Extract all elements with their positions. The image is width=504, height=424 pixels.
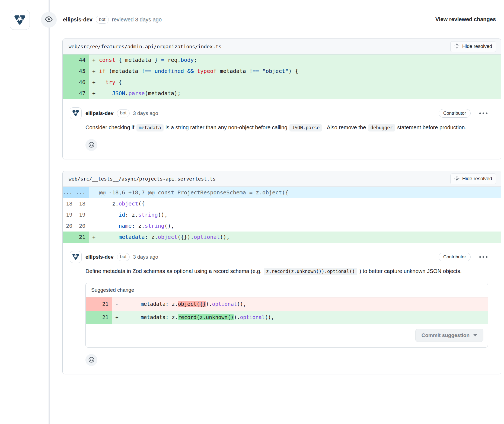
commit-suggestion-label: Commit suggestion — [422, 332, 470, 338]
code-line: metadata: z.object({}).optional(), — [99, 232, 230, 243]
kebab-menu-icon[interactable] — [479, 111, 488, 116]
comment-text: Define metadata in Zod schemas as option… — [85, 266, 488, 276]
file-path-link[interactable]: web/src/__tests__/async/projects-api.ser… — [69, 176, 216, 182]
diff-sign — [89, 198, 99, 209]
code-line: metadata: z.object({}).optional(), — [122, 297, 246, 311]
diff-line-added: 21 + metadata: z.object({}).optional(), — [63, 232, 501, 243]
kebab-menu-icon[interactable] — [479, 255, 488, 259]
diff-sign: + — [89, 232, 99, 243]
old-line-number: 20 — [63, 220, 76, 232]
code-line: JSON.parse(metadata); — [99, 88, 181, 99]
code-line: const { metadata } = req.body; — [99, 54, 197, 66]
suggested-change-block: Suggested change 21 - metadata: z.object… — [85, 283, 488, 348]
eye-icon — [45, 15, 53, 24]
avatar[interactable] — [70, 251, 82, 263]
fold-icon — [454, 176, 460, 182]
bot-badge: bot — [117, 253, 130, 261]
new-line-number: 46 — [76, 77, 89, 88]
diff-line-added: 44 + const { metadata } = req.body; — [63, 54, 501, 66]
hunk-dots: ... — [76, 187, 89, 198]
review-author[interactable]: ellipsis-dev — [63, 17, 92, 23]
file-header: web/src/__tests__/async/projects-api.ser… — [63, 171, 501, 187]
old-line-number — [63, 88, 76, 99]
hide-resolved-button[interactable]: Hide resolved — [450, 174, 496, 184]
code-line: id: z.string(), — [99, 209, 168, 220]
file-header: web/src/ee/features/admin-api/organizati… — [63, 39, 501, 54]
diff-line-added: 45 + if (metadata !== undefined && typeo… — [63, 66, 501, 77]
old-line-number — [63, 77, 76, 88]
bot-badge: bot — [96, 16, 109, 24]
ellipsis-dev-logo-icon — [71, 252, 80, 262]
comment-timestamp[interactable]: 3 days ago — [133, 110, 158, 116]
code-line: z.object({ — [99, 198, 145, 209]
diff-block: 44 + const { metadata } = req.body; 45 +… — [63, 54, 501, 99]
hide-resolved-button[interactable]: Hide resolved — [450, 41, 496, 52]
diff-sign: + — [112, 311, 122, 324]
view-reviewed-changes-link[interactable]: View reviewed changes — [435, 16, 496, 23]
hide-resolved-label: Hide resolved — [462, 44, 492, 49]
avatar[interactable] — [70, 107, 82, 119]
review-comment: ellipsis-dev bot 3 days ago Contributor … — [63, 243, 501, 374]
avatar[interactable] — [10, 10, 30, 30]
timeline-line — [49, 0, 50, 424]
add-reaction-button[interactable] — [85, 139, 97, 151]
code-line: try { — [99, 77, 122, 88]
comment-author[interactable]: ellipsis-dev — [85, 110, 114, 116]
diff-sign: - — [112, 297, 122, 311]
old-line-number: 19 — [63, 209, 76, 220]
comment-timestamp[interactable]: 3 days ago — [133, 254, 158, 260]
suggested-change-title: Suggested change — [86, 283, 488, 297]
smiley-icon — [88, 141, 95, 149]
diff-line-context: 1919 id: z.string(), — [63, 209, 501, 220]
add-reaction-button[interactable] — [85, 354, 97, 366]
old-line-number — [63, 232, 76, 243]
smiley-icon — [88, 356, 95, 364]
contributor-badge: Contributor — [439, 253, 471, 261]
new-line-number: 45 — [76, 66, 89, 77]
new-line-number: 21 — [76, 232, 89, 243]
old-line-number — [63, 54, 76, 66]
contributor-badge: Contributor — [439, 109, 471, 118]
review-action: reviewed 3 days ago — [112, 17, 162, 23]
review-thread-card: web/src/__tests__/async/projects-api.ser… — [62, 171, 501, 374]
hunk-header-line[interactable]: ...... @@ -18,6 +18,7 @@ const ProjectRe… — [63, 187, 501, 198]
comment-text: Consider checking if metadata is a strin… — [85, 123, 488, 133]
diff-line-added: 46 + try { — [63, 77, 501, 88]
hide-resolved-label: Hide resolved — [462, 176, 492, 182]
hunk-header-text: @@ -18,6 +18,7 @@ const ProjectResponseS… — [89, 187, 288, 198]
review-header: ellipsis-dev bot reviewed 3 days ago Vie… — [0, 0, 504, 30]
file-path-link[interactable]: web/src/ee/features/admin-api/organizati… — [69, 44, 222, 49]
line-number: 21 — [99, 311, 112, 324]
code-line: if (metadata !== undefined && typeof met… — [99, 66, 298, 77]
bot-badge: bot — [117, 109, 130, 117]
comment-author[interactable]: ellipsis-dev — [85, 254, 114, 260]
diff-sign: + — [89, 88, 99, 99]
old-line-number: 18 — [63, 198, 76, 209]
ellipsis-dev-logo-icon — [13, 12, 27, 27]
diff-sign — [89, 220, 99, 232]
diff-sign: + — [89, 77, 99, 88]
line-number: 21 — [99, 297, 112, 311]
new-line-number: 19 — [76, 209, 89, 220]
review-thread-card: web/src/ee/features/admin-api/organizati… — [62, 38, 501, 159]
diff-sign — [89, 209, 99, 220]
commit-suggestion-button[interactable]: Commit suggestion — [415, 329, 483, 342]
eye-badge — [41, 12, 57, 28]
suggestion-line-added: 21 + metadata: z.record(z.unknown()).opt… — [86, 311, 488, 324]
review-comment: ellipsis-dev bot 3 days ago Contributor … — [63, 99, 501, 159]
diff-line-added: 47 + JSON.parse(metadata); — [63, 88, 501, 99]
chevron-down-icon — [473, 334, 477, 336]
diff-sign: + — [89, 66, 99, 77]
diff-block: ...... @@ -18,6 +18,7 @@ const ProjectRe… — [63, 187, 501, 243]
new-line-number: 44 — [76, 54, 89, 66]
diff-line-context: 2020 name: z.string(), — [63, 220, 501, 232]
code-line: name: z.string(), — [99, 220, 174, 232]
ellipsis-dev-logo-icon — [71, 108, 80, 118]
code-line: metadata: z.record(z.unknown()).optional… — [122, 311, 274, 324]
diff-sign: + — [89, 54, 99, 66]
hunk-dots: ... — [63, 187, 76, 198]
new-line-number: 47 — [76, 88, 89, 99]
new-line-number: 18 — [76, 198, 89, 209]
old-line-number — [63, 66, 76, 77]
suggestion-line-deleted: 21 - metadata: z.object({}).optional(), — [86, 297, 488, 311]
